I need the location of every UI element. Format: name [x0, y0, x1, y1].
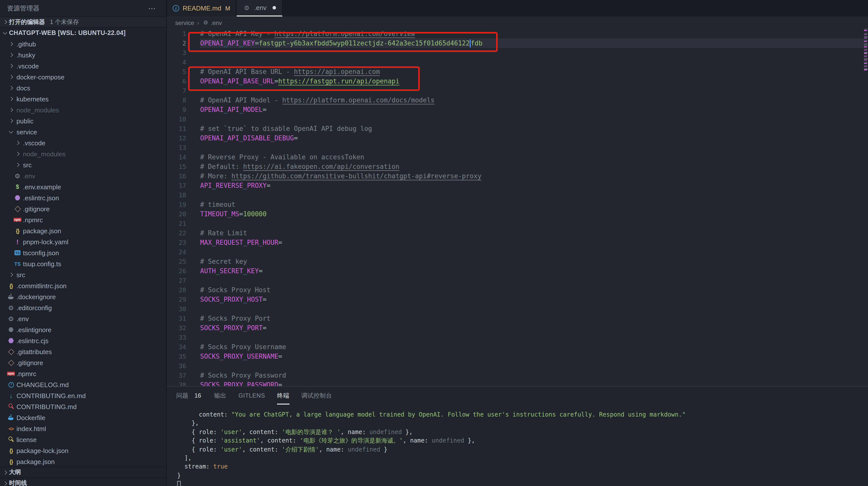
tree-item-Dockerfile[interactable]: Dockerfile	[0, 412, 166, 423]
tree-item-license[interactable]: license	[0, 434, 166, 445]
tree-item-pnpm-lock.yaml[interactable]: pnpm-lock.yaml	[0, 236, 166, 247]
code-line-35[interactable]: 35SOCKS_PROXY_USERNAME=	[167, 352, 864, 361]
tree-item-tsup.config.ts[interactable]: tsup.config.ts	[0, 258, 166, 269]
tree-item-docker-compose[interactable]: docker-compose	[0, 72, 166, 82]
key-yellow-icon	[7, 435, 15, 444]
code-line-7[interactable]: 7	[167, 86, 864, 95]
tree-item-package.json[interactable]: package.json	[0, 456, 166, 467]
code-line-26[interactable]: 26AUTH_SECRET_KEY=	[167, 266, 864, 276]
code-line-1[interactable]: 1# OpenAI API Key - https://platform.ope…	[167, 29, 864, 38]
code-line-37[interactable]: 37# Socks Proxy Password	[167, 371, 864, 380]
tree-item-.npmrc[interactable]: .npmrc	[0, 368, 166, 379]
tree-item-.github[interactable]: .github	[0, 38, 166, 50]
code-line-13[interactable]: 13	[167, 143, 864, 152]
tree-item-tsconfig.json[interactable]: tsconfig.json	[0, 247, 166, 258]
tree-item-.gitattributes[interactable]: .gitattributes	[0, 346, 166, 357]
code-line-6[interactable]: 6OPENAI_API_BASE_URL=https://fastgpt.run…	[167, 77, 864, 86]
project-root-header[interactable]: CHATGPT-WEB [WSL: UBUNTU-22.04]	[0, 27, 166, 38]
tree-item-package.json[interactable]: package.json	[0, 225, 166, 236]
tree-item-.vscode[interactable]: .vscode	[0, 137, 166, 148]
tree-item-.env.example[interactable]: .env.example	[0, 181, 166, 192]
terminal-output[interactable]: content: "You are ChatGPT, a large langu…	[177, 410, 868, 486]
code-line-12[interactable]: 12OPENAI_API_DISABLE_DEBUG=	[167, 133, 864, 143]
minimap[interactable]	[864, 29, 868, 386]
code-line-27[interactable]: 27	[167, 276, 864, 285]
breadcrumb-file[interactable]: .env	[211, 19, 222, 26]
code-line-16[interactable]: 16# More: https://github.com/transitive-…	[167, 171, 864, 181]
code-line-33[interactable]: 33	[167, 333, 864, 342]
tree-item-.env[interactable]: .env	[0, 170, 166, 181]
code-line-14[interactable]: 14# Reverse Proxy - Available on accessT…	[167, 152, 864, 162]
tree-item-CHANGELOG.md[interactable]: CHANGELOG.md	[0, 379, 166, 390]
code-line-21[interactable]: 21	[167, 219, 864, 228]
code-line-9[interactable]: 9OPENAI_API_MODEL=	[167, 105, 864, 114]
code-line-10[interactable]: 10	[167, 114, 864, 124]
code-line-17[interactable]: 17API_REVERSE_PROXY=	[167, 181, 864, 190]
code-line-20[interactable]: 20TIMEOUT_MS=100000	[167, 209, 864, 219]
tree-item-.husky[interactable]: .husky	[0, 50, 166, 60]
unsaved-dot-icon[interactable]	[273, 6, 276, 9]
tree-item-package-lock.json[interactable]: package-lock.json	[0, 445, 166, 456]
tree-item-service[interactable]: service	[0, 126, 166, 137]
code-line-29[interactable]: 29SOCKS_PROXY_HOST=	[167, 295, 864, 304]
code-line-11[interactable]: 11# set `true` to disable OpenAI API deb…	[167, 124, 864, 133]
code-line-15[interactable]: 15# Default: https://ai.fakeopen.com/api…	[167, 162, 864, 171]
explorer-title: 资源管理器	[7, 4, 148, 13]
tree-item-docs[interactable]: docs	[0, 82, 166, 93]
token-eq: =	[267, 182, 271, 189]
tree-item-.env[interactable]: .env	[0, 313, 166, 324]
breadcrumb-folder[interactable]: service	[175, 19, 194, 26]
code-line-23[interactable]: 23MAX_REQUEST_PER_HOUR=	[167, 238, 864, 247]
panel-tab-debug-console[interactable]: 调试控制台	[301, 387, 332, 405]
tree-item-.editorconfig[interactable]: .editorconfig	[0, 302, 166, 313]
tree-item-.eslintignore[interactable]: .eslintignore	[0, 324, 166, 335]
open-editors-section[interactable]: 打开的编辑器 1 个未保存	[0, 17, 166, 27]
code-line-32[interactable]: 32SOCKS_PROXY_PORT=	[167, 323, 864, 333]
code-line-22[interactable]: 22# Rate Limit	[167, 228, 864, 238]
code-line-36[interactable]: 36	[167, 361, 864, 371]
code-line-2[interactable]: 2OPENAI_API_KEY=fastgpt-y6b3axfbdd5wyp01…	[167, 38, 864, 48]
tree-item-.eslintrc.cjs[interactable]: .eslintrc.cjs	[0, 335, 166, 346]
panel-tab-output[interactable]: 输出	[214, 387, 226, 405]
panel-tab-gitlens[interactable]: GITLENS	[238, 387, 265, 405]
tree-item-.dockerignore[interactable]: .dockerignore	[0, 291, 166, 302]
line-number: 29	[167, 295, 186, 304]
tree-item-src[interactable]: src	[0, 269, 166, 280]
code-line-5[interactable]: 5# OpenAI API Base URL - https://api.ope…	[167, 67, 864, 77]
tree-item-node_modules[interactable]: node_modules	[0, 105, 166, 115]
outline-section[interactable]: 大纲	[0, 466, 167, 478]
code-line-34[interactable]: 34# Socks Proxy Username	[167, 342, 864, 352]
tree-item-CONTRIBUTING.en.md[interactable]: CONTRIBUTING.en.md	[0, 390, 166, 401]
more-actions-icon[interactable]: ⋯	[148, 4, 159, 13]
tree-item-index.html[interactable]: index.html	[0, 423, 166, 434]
panel-tab-problems[interactable]: 问题 16	[176, 387, 201, 405]
code-line-25[interactable]: 25# Secret key	[167, 257, 864, 266]
code-line-38[interactable]: 38SOCKS_PROXY_PASSWORD=	[167, 380, 864, 386]
code-line-28[interactable]: 28# Socks Proxy Host	[167, 285, 864, 295]
timeline-section[interactable]: 时间线	[0, 478, 167, 486]
code-editor[interactable]: 1# OpenAI API Key - https://platform.ope…	[167, 29, 864, 386]
tree-item-.eslintrc.json[interactable]: .eslintrc.json	[0, 192, 166, 203]
code-line-19[interactable]: 19# timeout	[167, 200, 864, 209]
tree-item-.gitignore[interactable]: .gitignore	[0, 203, 166, 214]
tree-item-CONTRIBUTING.md[interactable]: CONTRIBUTING.md	[0, 401, 166, 412]
code-line-31[interactable]: 31# Socks Proxy Port	[167, 314, 864, 323]
tab-env[interactable]: .env	[237, 0, 282, 17]
tree-item-src[interactable]: src	[0, 159, 166, 170]
tree-item-public[interactable]: public	[0, 115, 166, 126]
panel-tab-terminal[interactable]: 终端	[277, 387, 289, 405]
tree-item-.vscode[interactable]: .vscode	[0, 60, 166, 72]
code-line-8[interactable]: 8# OpenAI API Model - https://platform.o…	[167, 95, 864, 105]
code-line-3[interactable]: 3	[167, 48, 864, 57]
minimap-line-mark	[864, 33, 868, 34]
tree-item-kubernetes[interactable]: kubernetes	[0, 93, 166, 105]
tree-item-.gitignore[interactable]: .gitignore	[0, 357, 166, 368]
tab-readme-md[interactable]: README.md M	[167, 0, 237, 17]
code-line-18[interactable]: 18	[167, 190, 864, 200]
tree-item-node_modules[interactable]: node_modules	[0, 148, 166, 159]
code-line-30[interactable]: 30	[167, 304, 864, 314]
tree-item-.commitlintrc.json[interactable]: .commitlintrc.json	[0, 280, 166, 291]
tree-item-.npmrc[interactable]: .npmrc	[0, 214, 166, 225]
code-line-4[interactable]: 4	[167, 57, 864, 67]
code-line-24[interactable]: 24	[167, 247, 864, 257]
